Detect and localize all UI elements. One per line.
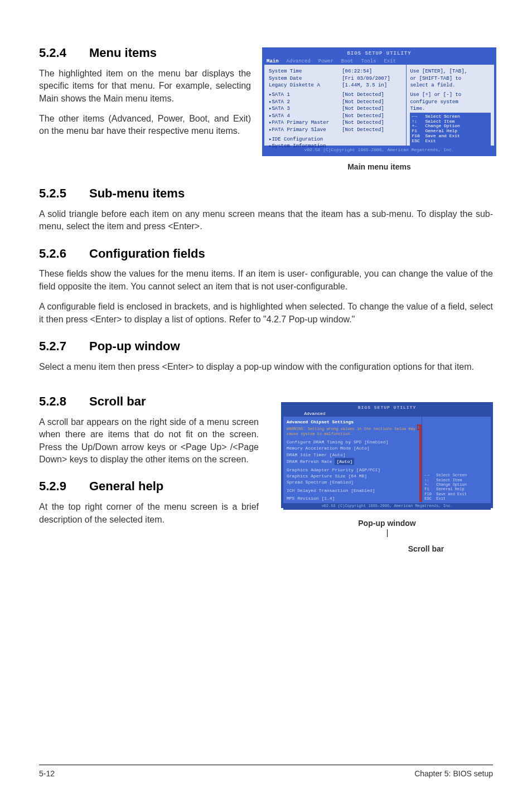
caption-main-menu: Main menu items <box>262 162 496 173</box>
tab-boot: Boot <box>341 58 354 65</box>
title-524: Menu items <box>89 46 157 60</box>
para-524-2: The other items (Advanced, Power, Boot, … <box>39 113 251 138</box>
para-524-1: The highlighted item on the menu bar dis… <box>39 67 251 105</box>
para-528: A scroll bar appears on the right side o… <box>39 416 259 466</box>
num-524: 5.2.4 <box>39 45 89 62</box>
bios2-tabs: Main Advanced <box>283 410 491 417</box>
tab-advanced: Advanced <box>287 58 311 65</box>
tab-tools: Tools <box>361 58 376 65</box>
bios2-key-help: ←→ Select Screen ↑↓ Select Item +- Chang… <box>424 473 489 501</box>
scrollbar-highlight-box <box>417 424 422 430</box>
page-footer: 5-12 Chapter 5: BIOS setup <box>39 765 493 780</box>
bios1-title: BIOS SETUP UTILITY <box>264 50 494 58</box>
bios2-right-pane: ←→ Select Screen ↑↓ Select Item +- Chang… <box>422 417 491 503</box>
caption-popup: Pop-up window <box>281 518 493 529</box>
heading-528: 5.2.8Scroll bar <box>39 393 259 410</box>
bios1-tabs: Main Advanced Power Boot Tools Exit <box>264 58 494 65</box>
bios1-right-pane: Use [ENTER], [TAB], or [SHIFT-TAB] to se… <box>407 65 494 146</box>
bios2-footer: v02.58 (C)Copyright 1985-2006, American … <box>283 503 491 510</box>
heading-524: 5.2.4Menu items <box>39 45 251 62</box>
page-number: 5-12 <box>39 769 55 780</box>
heading-525: 5.2.5Sub-menu items <box>39 185 493 202</box>
heading-529: 5.2.9General help <box>39 478 259 495</box>
heading-527: 5.2.7Pop-up window <box>39 338 493 355</box>
tab-main: Main <box>267 58 279 65</box>
bios1-key-help: ←→ Select Screen ↑↓ Select Item +- Chang… <box>410 113 491 146</box>
tab-exit: Exit <box>384 58 396 65</box>
popup-selection-box: [Auto] <box>335 458 354 465</box>
bios-advanced-screenshot: BIOS SETUP UTILITY Main Advanced Advance… <box>281 402 493 508</box>
chapter-label: Chapter 5: BIOS setup <box>414 769 493 780</box>
scrollbar-icon <box>419 424 422 502</box>
para-526-2: A configurable field is enclosed in brac… <box>39 301 493 326</box>
bios2-left-pane: Advanced Chipset Settings WARNING: Setti… <box>283 417 422 503</box>
para-527: Select a menu item then press <Enter> to… <box>39 361 493 373</box>
para-529: At the top right corner of the menu scre… <box>39 501 259 526</box>
tab-power: Power <box>318 58 333 65</box>
para-526-1: These fields show the values for the men… <box>39 268 493 293</box>
bios2-title: BIOS SETUP UTILITY <box>283 404 491 410</box>
para-525: A solid triangle before each item on any… <box>39 208 493 233</box>
bios1-left-pane: System Time[06:22:54] System Date[Fri 03… <box>264 65 407 146</box>
caption-scrollbar: Scroll bar <box>359 544 493 555</box>
bios-main-screenshot: BIOS SETUP UTILITY Main Advanced Power B… <box>262 47 496 156</box>
heading-526: 5.2.6Configuration fields <box>39 245 493 263</box>
